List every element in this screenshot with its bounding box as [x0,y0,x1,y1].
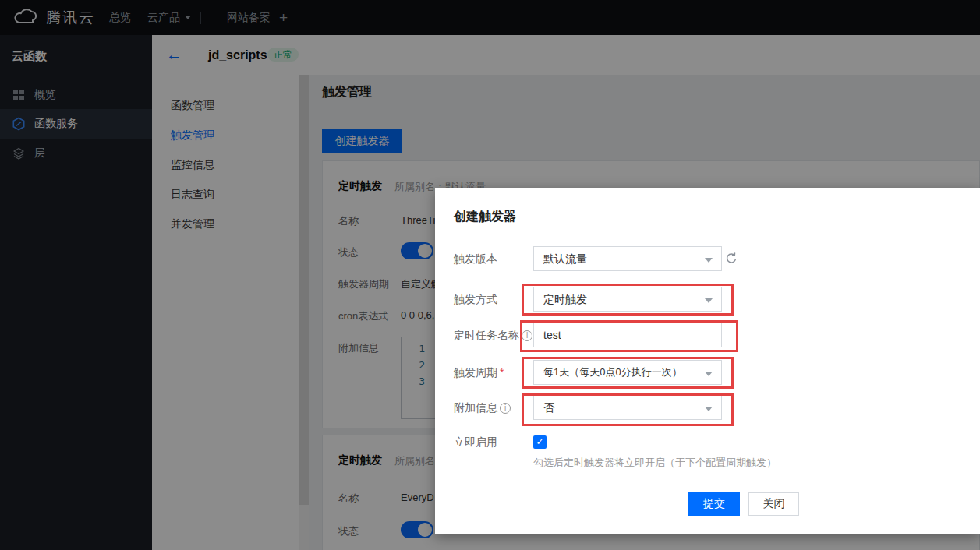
chevron-down-icon [705,258,713,263]
create-trigger-modal: 创建触发器 触发版本 默认流量 触发方式 定时触发 定时任务名称i* 触发周期*… [435,188,980,534]
chevron-down-icon [705,372,713,376]
trigger-type-select[interactable]: 定时触发 [533,287,722,312]
enable-now-checkbox[interactable]: ✓ [533,435,547,449]
chevron-down-icon [705,407,713,411]
close-button[interactable]: 关闭 [748,492,799,516]
task-name-input[interactable] [533,323,722,347]
required-asterisk: * [500,366,504,379]
info-icon[interactable]: i [522,330,532,341]
refresh-icon[interactable] [725,252,738,265]
check-icon: ✓ [536,436,543,447]
modal-title: 创建触发器 [454,209,516,225]
trigger-type-label: 触发方式 [454,287,497,312]
extra-info-select[interactable]: 否 [533,395,722,420]
trigger-version-label: 触发版本 [454,246,497,271]
submit-button[interactable]: 提交 [688,492,740,516]
enable-helper-text: 勾选后定时触发器将立即开启（于下个配置周期触发） [533,456,777,470]
trigger-version-select[interactable]: 默认流量 [533,246,722,271]
task-name-label: 定时任务名称i* [454,323,539,347]
trigger-period-label: 触发周期* [454,360,504,385]
info-icon[interactable]: i [500,403,511,414]
enable-now-label: 立即启用 [454,435,497,460]
chevron-down-icon [705,298,713,303]
extra-info-label: 附加信息i [454,395,511,420]
trigger-period-select[interactable]: 每1天（每天0点0分执行一次） [533,360,722,385]
